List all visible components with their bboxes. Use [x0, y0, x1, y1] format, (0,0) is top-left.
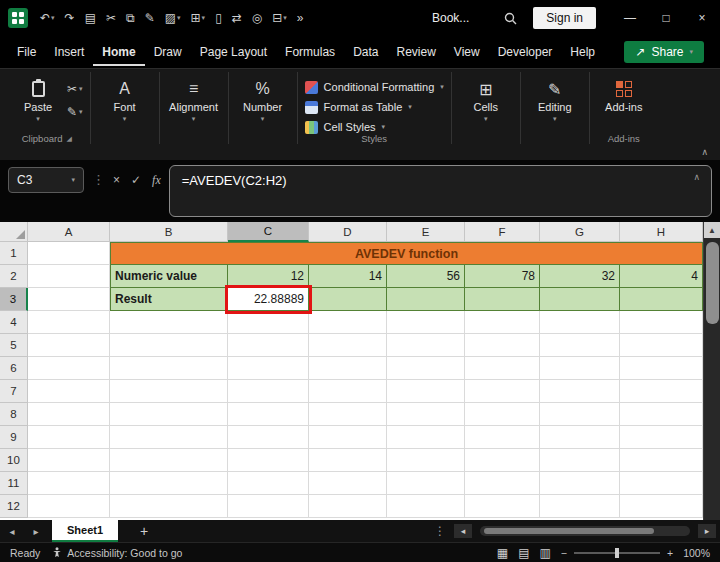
cell[interactable] — [110, 495, 228, 518]
cell-G3[interactable] — [540, 288, 620, 311]
row-header-5[interactable]: 5 — [0, 334, 28, 357]
cell[interactable] — [540, 334, 620, 357]
collapse-formula-bar-icon[interactable]: ∧ — [693, 172, 700, 182]
cell[interactable] — [110, 426, 228, 449]
cell[interactable] — [28, 449, 110, 472]
search-button[interactable] — [494, 12, 527, 25]
fill-color-button[interactable]: ▨▾ — [161, 11, 185, 25]
normal-view-icon[interactable]: ▦ — [497, 546, 508, 560]
cell-D3[interactable] — [309, 288, 387, 311]
next-sheet-button[interactable]: ▸ — [24, 526, 48, 537]
cell[interactable] — [465, 472, 540, 495]
redo-button[interactable]: ↷ — [61, 11, 79, 25]
cell-C3-active[interactable]: 22.88889 — [228, 288, 309, 311]
cell[interactable] — [620, 472, 703, 495]
cell[interactable] — [309, 357, 387, 380]
insert-function-button[interactable]: fx — [152, 173, 161, 188]
cell[interactable] — [28, 426, 110, 449]
cell[interactable] — [228, 426, 309, 449]
row-header-3[interactable]: 3 — [0, 288, 28, 311]
cell[interactable] — [620, 357, 703, 380]
cell[interactable] — [540, 380, 620, 403]
minimize-button[interactable]: — — [612, 0, 648, 36]
cell-F2[interactable]: 78 — [465, 265, 540, 288]
row-header-9[interactable]: 9 — [0, 426, 28, 449]
cell-C2[interactable]: 12 — [228, 265, 309, 288]
cell[interactable] — [465, 449, 540, 472]
tab-home[interactable]: Home — [93, 38, 144, 66]
cell[interactable] — [465, 311, 540, 334]
format-painter-ribbon-button[interactable]: ✎▾ — [67, 105, 83, 119]
cell[interactable] — [620, 449, 703, 472]
cell[interactable] — [387, 426, 465, 449]
add-sheet-button[interactable]: + — [134, 523, 154, 539]
share-button[interactable]: ↗ Share ▾ — [624, 41, 704, 63]
cell[interactable] — [465, 495, 540, 518]
cell[interactable] — [620, 334, 703, 357]
cell[interactable] — [465, 426, 540, 449]
cell[interactable] — [228, 357, 309, 380]
cell[interactable] — [540, 426, 620, 449]
cell[interactable] — [28, 403, 110, 426]
cell[interactable] — [28, 495, 110, 518]
format-as-table-button[interactable]: Format as Table ▾ — [305, 99, 444, 115]
tab-data[interactable]: Data — [344, 38, 387, 66]
paste-button[interactable]: Paste ▾ — [11, 74, 65, 123]
cell[interactable] — [387, 449, 465, 472]
collapse-ribbon-button[interactable]: ∧ — [701, 147, 708, 157]
cell-B1-merged-title[interactable]: AVEDEV function — [110, 242, 703, 265]
cell[interactable] — [110, 472, 228, 495]
cell[interactable] — [228, 311, 309, 334]
column-header-h[interactable]: H — [620, 222, 703, 242]
row-header-8[interactable]: 8 — [0, 403, 28, 426]
addins-button[interactable]: Add-ins — [597, 74, 651, 113]
tab-file[interactable]: File — [8, 38, 45, 66]
column-header-b[interactable]: B — [110, 222, 228, 242]
cell-D2[interactable]: 14 — [309, 265, 387, 288]
cell[interactable] — [540, 449, 620, 472]
new-document-button[interactable]: ▯ — [211, 11, 226, 25]
horizontal-scrollbar-thumb[interactable] — [484, 528, 654, 534]
cell[interactable] — [28, 311, 110, 334]
cancel-icon[interactable]: × — [113, 173, 120, 187]
cell[interactable] — [28, 380, 110, 403]
vertical-scrollbar[interactable]: ▲ — [703, 222, 720, 520]
table-button[interactable]: ⊞▾ — [187, 11, 210, 25]
zoom-out-button[interactable]: − — [561, 547, 567, 559]
cell[interactable] — [540, 357, 620, 380]
vertical-scrollbar-thumb[interactable] — [706, 242, 719, 324]
cell[interactable] — [620, 311, 703, 334]
cell[interactable] — [540, 495, 620, 518]
cell[interactable] — [309, 380, 387, 403]
cell[interactable] — [110, 403, 228, 426]
cell[interactable] — [110, 380, 228, 403]
cell[interactable] — [620, 426, 703, 449]
sheet-tab-sheet1[interactable]: Sheet1 — [52, 520, 118, 542]
cell[interactable] — [28, 472, 110, 495]
cell-H3[interactable] — [620, 288, 703, 311]
cell[interactable] — [620, 380, 703, 403]
page-break-view-icon[interactable]: ▥ — [540, 546, 551, 560]
row-header-4[interactable]: 4 — [0, 311, 28, 334]
cell[interactable] — [387, 357, 465, 380]
cut-ribbon-button[interactable]: ✂▾ — [67, 82, 83, 96]
cell[interactable] — [110, 334, 228, 357]
row-header-11[interactable]: 11 — [0, 472, 28, 495]
cell-F3[interactable] — [465, 288, 540, 311]
cell[interactable] — [228, 472, 309, 495]
cell[interactable] — [387, 311, 465, 334]
cell[interactable] — [228, 449, 309, 472]
zoom-level[interactable]: 100% — [683, 547, 710, 559]
format-painter-button[interactable]: ✎ — [141, 11, 159, 25]
tab-developer[interactable]: Developer — [489, 38, 562, 66]
cell[interactable] — [309, 449, 387, 472]
maximize-button[interactable]: □ — [648, 0, 684, 36]
cell-H2[interactable]: 4 — [620, 265, 703, 288]
cell-E2[interactable]: 56 — [387, 265, 465, 288]
cell[interactable] — [465, 403, 540, 426]
cell[interactable] — [465, 380, 540, 403]
cell[interactable] — [309, 403, 387, 426]
row-header-6[interactable]: 6 — [0, 357, 28, 380]
borders-button[interactable]: ⊟▾ — [268, 11, 291, 25]
close-button[interactable]: × — [684, 0, 720, 36]
